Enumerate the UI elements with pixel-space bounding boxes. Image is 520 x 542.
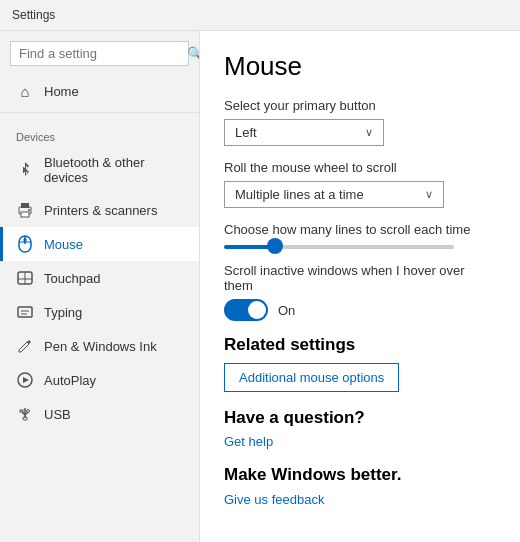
sidebar-section-devices: Devices [0, 123, 199, 147]
home-icon: ⌂ [16, 82, 34, 100]
search-input[interactable] [19, 46, 187, 61]
sidebar-item-printers[interactable]: Printers & scanners [0, 193, 199, 227]
settings-window: Settings 🔍 ⌂ Home Devices Bluetooth & ot… [0, 0, 520, 542]
autoplay-icon [16, 371, 34, 389]
sidebar: 🔍 ⌂ Home Devices Bluetooth & other devic… [0, 31, 200, 542]
scroll-inactive-state: On [278, 303, 295, 318]
svg-rect-11 [18, 307, 32, 317]
chevron-down-icon: ∨ [365, 126, 373, 139]
sidebar-item-autoplay-label: AutoPlay [44, 373, 96, 388]
svg-point-20 [27, 410, 30, 413]
printer-icon [16, 201, 34, 219]
primary-button-dropdown[interactable]: Left ∨ [224, 119, 384, 146]
scroll-inactive-label: Scroll inactive windows when I hover ove… [224, 263, 496, 293]
svg-rect-1 [21, 203, 29, 208]
svg-marker-15 [23, 377, 29, 383]
typing-icon [16, 303, 34, 321]
search-box[interactable]: 🔍 [10, 41, 189, 66]
sidebar-item-home-label: Home [44, 84, 79, 99]
primary-button-label: Select your primary button [224, 98, 496, 113]
mouse-icon [16, 235, 34, 253]
bluetooth-icon [16, 161, 34, 179]
svg-rect-7 [24, 238, 27, 242]
svg-rect-2 [21, 212, 29, 217]
scroll-chevron-icon: ∨ [425, 188, 433, 201]
main-content: Mouse Select your primary button Left ∨ … [200, 31, 520, 542]
touchpad-icon [16, 269, 34, 287]
sidebar-item-bluetooth-label: Bluetooth & other devices [44, 155, 183, 185]
scroll-lines-label: Choose how many lines to scroll each tim… [224, 222, 496, 237]
sidebar-item-typing[interactable]: Typing [0, 295, 199, 329]
sidebar-item-touchpad-label: Touchpad [44, 271, 100, 286]
related-settings-title: Related settings [224, 335, 496, 355]
search-icon: 🔍 [187, 46, 200, 61]
scroll-wheel-dropdown[interactable]: Multiple lines at a time ∨ [224, 181, 444, 208]
svg-point-3 [28, 209, 30, 211]
sidebar-item-home[interactable]: ⌂ Home [0, 74, 199, 108]
scroll-inactive-toggle[interactable] [224, 299, 268, 321]
sidebar-item-pen[interactable]: Pen & Windows Ink [0, 329, 199, 363]
slider-track[interactable] [224, 245, 454, 249]
sidebar-item-autoplay[interactable]: AutoPlay [0, 363, 199, 397]
additional-mouse-options-link[interactable]: Additional mouse options [224, 363, 399, 392]
scroll-wheel-label: Roll the mouse wheel to scroll [224, 160, 496, 175]
sidebar-item-pen-label: Pen & Windows Ink [44, 339, 157, 354]
give-feedback-link[interactable]: Give us feedback [224, 492, 324, 507]
svg-rect-21 [23, 417, 27, 420]
sidebar-item-usb[interactable]: USB [0, 397, 199, 431]
scroll-inactive-row: On [224, 299, 496, 321]
divider [0, 112, 199, 113]
title-bar: Settings [0, 0, 520, 31]
sidebar-item-typing-label: Typing [44, 305, 82, 320]
title-bar-label: Settings [12, 8, 55, 22]
page-title: Mouse [224, 51, 496, 82]
windows-better-title: Make Windows better. [224, 465, 496, 485]
content-area: 🔍 ⌂ Home Devices Bluetooth & other devic… [0, 31, 520, 542]
sidebar-item-printers-label: Printers & scanners [44, 203, 157, 218]
sidebar-item-bluetooth[interactable]: Bluetooth & other devices [0, 147, 199, 193]
question-title: Have a question? [224, 408, 496, 428]
slider-thumb[interactable] [267, 238, 283, 254]
svg-rect-19 [20, 410, 23, 412]
usb-icon [16, 405, 34, 423]
pen-icon [16, 337, 34, 355]
sidebar-item-mouse[interactable]: Mouse [0, 227, 199, 261]
toggle-knob [248, 301, 266, 319]
sidebar-item-usb-label: USB [44, 407, 71, 422]
sidebar-item-mouse-label: Mouse [44, 237, 83, 252]
primary-button-value: Left [235, 125, 257, 140]
scroll-wheel-value: Multiple lines at a time [235, 187, 364, 202]
scroll-lines-slider-container [224, 245, 496, 249]
get-help-link[interactable]: Get help [224, 434, 496, 449]
sidebar-item-touchpad[interactable]: Touchpad [0, 261, 199, 295]
